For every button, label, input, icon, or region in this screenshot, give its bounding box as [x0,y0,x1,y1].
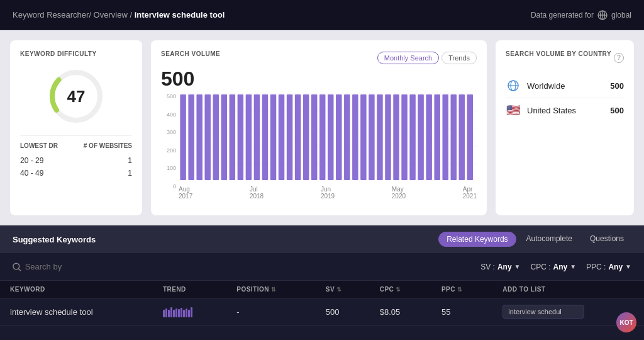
svg-rect-17 [221,94,227,180]
col-sv[interactable]: SV [316,281,370,298]
trend-bar-item [165,309,167,317]
svg-rect-38 [393,94,399,180]
cpc-filter-label: CPC : [530,263,550,271]
avatar[interactable]: KOT [616,312,636,332]
help-icon[interactable]: ? [614,53,624,63]
kd-score: 47 [67,87,86,106]
svg-rect-40 [409,94,415,180]
svg-rect-22 [262,94,268,180]
sv-filter-value: Any [497,263,512,271]
svg-rect-30 [328,94,333,180]
svg-rect-18 [230,94,235,180]
search-input-wrapper [13,262,473,271]
worldwide-flag [506,80,521,91]
svg-rect-44 [442,94,448,180]
filter-group: SV : Any ▼ CPC : Any ▼ PPC : Any ▼ [480,263,631,271]
search-input[interactable] [25,262,474,271]
data-generated-region: global [611,11,631,20]
us-sv: 500 [610,106,624,115]
col-keyword: KEYWORD [0,281,153,298]
svg-rect-24 [279,94,284,180]
trend-bar-item [168,310,170,317]
tab-autocomplete[interactable]: Autocomplete [519,232,580,247]
tab-monthly-search[interactable]: Monthly Search [377,52,439,64]
y-axis: 500 400 300 200 100 0 [161,93,179,200]
country-info-us: 🇺🇸 United States [506,105,576,116]
country-row-us: 🇺🇸 United States 500 [506,98,624,122]
svg-rect-37 [385,94,391,180]
worldwide-name: Worldwide [527,81,565,91]
kd-count-1: 1 [128,169,132,178]
col-cpc[interactable]: CPC [370,281,431,298]
lowest-dr-label: LOWEST DR [20,142,58,149]
svg-rect-46 [459,94,465,180]
cell-keyword: interview schedule tool [0,298,153,326]
svg-line-52 [19,268,21,270]
us-flag: 🇺🇸 [506,105,521,116]
kd-range-1: 40 - 49 [20,169,43,178]
svg-rect-14 [196,94,202,180]
svg-rect-12 [180,94,186,180]
svg-rect-42 [426,94,431,180]
svg-rect-16 [213,94,219,180]
bottom-panel: Suggested Keywords Related Keywords Auto… [0,225,644,326]
ppc-filter-chevron: ▼ [625,263,631,270]
tab-questions[interactable]: Questions [582,232,631,247]
kd-card-label: KEYWORD DIFFICULTY [20,50,132,57]
add-to-list-input[interactable] [502,305,584,319]
svg-rect-45 [451,94,457,180]
svg-rect-19 [238,94,243,180]
sv-number: 500 [161,67,477,91]
filter-bar: SV : Any ▼ CPC : Any ▼ PPC : Any ▼ [0,253,644,281]
table-row: interview schedule tool [0,298,644,326]
keywords-table: KEYWORD TREND POSITION SV CPC PPC ADD TO… [0,281,644,326]
trend-bar-item [173,310,175,317]
trend-bar-item [186,309,187,317]
cell-position: - [226,298,316,326]
sv-card-label: SEARCH VOLUME [161,50,220,57]
trend-bar-item [170,307,172,317]
sv-filter[interactable]: SV : Any ▼ [480,263,520,271]
svg-rect-35 [369,94,374,180]
cell-cpc: $8.05 [370,298,431,326]
svg-rect-34 [360,94,366,180]
trend-bar-item [175,309,177,317]
svg-rect-41 [418,94,423,180]
trend-bar [163,306,216,317]
tab-related-keywords[interactable]: Related Keywords [438,232,516,247]
chart-x-labels: Aug2017 Jul2018 Jun2019 May2020 Apr2021 [179,186,477,200]
svbc-card-label: SEARCH VOLUME BY COUNTRY [506,50,611,57]
table-head: KEYWORD TREND POSITION SV CPC PPC ADD TO… [0,281,644,298]
svg-rect-27 [303,94,309,180]
svg-rect-47 [467,94,473,180]
svg-rect-39 [401,94,407,180]
svg-rect-20 [246,94,252,180]
breadcrumb: Keyword Researcher/ Overview / interview… [13,10,225,20]
kd-row-0: 20 - 29 1 [20,154,132,167]
data-generated-label: Data generated for [531,11,594,20]
sv-filter-chevron: ▼ [514,263,521,270]
ppc-filter-label: PPC : [586,263,606,271]
ppc-filter-value: Any [608,263,623,271]
sv-header: SEARCH VOLUME Monthly Search Trends [161,50,477,65]
trend-bar-item [191,307,192,317]
col-ppc[interactable]: PPC [431,281,492,298]
svg-rect-28 [311,94,317,180]
cpc-filter[interactable]: CPC : Any ▼ [530,263,576,271]
kd-table-header: LOWEST DR # OF WEBSITES [20,142,132,149]
bar-chart [179,93,477,181]
col-position[interactable]: POSITION [226,281,316,298]
svg-rect-26 [295,94,301,180]
cell-sv: 500 [316,298,370,326]
country-row-worldwide: Worldwide 500 [506,74,624,98]
kd-table: LOWEST DR # OF WEBSITES 20 - 29 1 40 - 4… [20,135,132,179]
cell-ppc: 55 [431,298,492,326]
svg-rect-23 [270,94,276,180]
col-add-to-list: ADD TO LIST [492,281,644,298]
svg-rect-32 [344,94,350,180]
svg-rect-15 [204,94,210,180]
tab-trends[interactable]: Trends [441,52,477,64]
ppc-filter[interactable]: PPC : Any ▼ [586,263,631,271]
search-volume-by-country-card: SEARCH VOLUME BY COUNTRY ? Worldwide 500… [496,40,634,215]
table-container: KEYWORD TREND POSITION SV CPC PPC ADD TO… [0,281,644,326]
